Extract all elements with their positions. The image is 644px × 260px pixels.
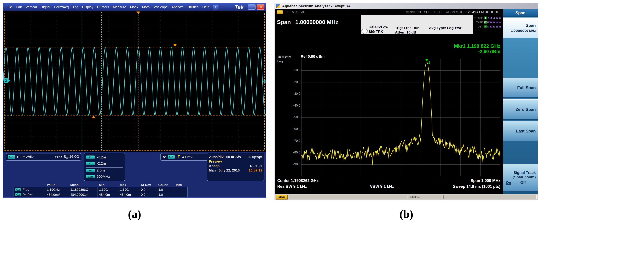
- acquisition-info-box: 2.0ns/div 50.0GS/s 20.0ps/pt Preview 0 a…: [207, 153, 264, 181]
- softkey-full-span[interactable]: Full Span: [503, 78, 538, 98]
- menu-vertical[interactable]: Vertical: [24, 5, 39, 9]
- channel-2-marker[interactable]: 2: [4, 78, 10, 83]
- freq-value: 1.19GHz: [45, 187, 69, 192]
- timebase-value: 2.0ns/div: [209, 155, 224, 159]
- softkey-signal-track[interactable]: Signal Track (Span Zoom) On Off: [503, 164, 538, 191]
- cursor-inv-dt-row: 1/Δt 500MHz: [86, 174, 123, 179]
- softkey-span-value: 1.00000000 MHz: [511, 29, 536, 33]
- sa-footer-line1: Center 1.1908262 GHz Span 1.000 MHz: [277, 178, 500, 183]
- trig-source-value: Man: [209, 168, 216, 172]
- marker-1-number: 1: [428, 60, 430, 64]
- status-field: STATUS: [408, 195, 442, 199]
- y-axis-label: -90.0: [289, 163, 300, 166]
- trigger-settings-badge[interactable]: A' C2 4.0mV: [160, 153, 208, 161]
- sa-titlebar: Agilent Spectrum Analyzer - Swept SA: [275, 3, 538, 9]
- table-row-freq: C2Freq 1.19GHz 1.1899396G 1.19G 1.19G 0.…: [14, 187, 188, 192]
- amplitude-bottom-marker-icon: [92, 116, 96, 118]
- menu-analyze[interactable]: Analyze: [170, 5, 186, 9]
- signal-track-toggle[interactable]: On Off: [503, 179, 536, 185]
- span-display-label: Span: [277, 19, 291, 25]
- menu-file[interactable]: File: [5, 5, 14, 9]
- row-channel-badge[interactable]: C2: [15, 188, 21, 191]
- row-channel-badge[interactable]: C2: [15, 193, 21, 196]
- y-axis-label: -20.0: [289, 80, 300, 84]
- sample-rate-value: 50.0GS/s: [226, 155, 241, 159]
- channel-2-arrow-icon: [8, 79, 10, 82]
- chevron-down-icon[interactable]: ▼: [212, 5, 218, 10]
- scope-display: 2: [3, 11, 266, 152]
- freq-mean: 1.1899396G: [69, 187, 98, 192]
- scale-per-div-label: 10 dB/div: [277, 55, 291, 59]
- coupling-annunciator: AC: [301, 11, 305, 14]
- trace-row: TRACE 1 2 3 4 5 6: [473, 16, 503, 20]
- menu-math[interactable]: Math: [140, 5, 151, 9]
- menu-trig[interactable]: Trig: [71, 5, 80, 9]
- menu-horiz-acq[interactable]: Horiz/Acq: [52, 5, 71, 9]
- trigger-channel-button[interactable]: C2: [168, 155, 175, 159]
- header-value: Value: [45, 183, 69, 187]
- freq-min: 1.19G: [98, 187, 118, 192]
- cursor-inv-dt-value: 500MHz: [96, 174, 110, 179]
- log-scale-label: Log: [277, 59, 283, 63]
- menu-mask[interactable]: Mask: [128, 5, 140, 9]
- scope-bottombar: C2 100mV/div 50Ω BW:16.0G t1 -4.2ns t2 -…: [3, 152, 266, 197]
- softkey-span[interactable]: Span 1.00000000 MHz: [503, 18, 538, 38]
- softkey-zero-span[interactable]: Zero Span: [503, 99, 538, 119]
- scope-graticule: [3, 11, 266, 152]
- menu-help[interactable]: Help: [200, 5, 211, 9]
- measurement-table-header: Value Mean Min Max St Dev Count Info: [14, 183, 188, 187]
- bandwidth-value: BW:16.0G: [64, 155, 79, 159]
- vertical-scale-value: 100mV/div: [16, 155, 34, 159]
- y-axis-label: -60.0: [289, 127, 300, 131]
- header-min: Min: [98, 183, 118, 187]
- cursor-t1-value: -4.2ns: [96, 155, 106, 159]
- menu-cursors[interactable]: Cursors: [95, 5, 111, 9]
- cursor-t2-row: t2 -2.2ns: [86, 161, 123, 166]
- cursor-t2-value: -2.2ns: [96, 161, 106, 166]
- cursor-dt-value: 2.0ns: [96, 168, 105, 172]
- sa-header-row: Span1.00000000 MHz IFGain:Low SIG TRK Tr…: [275, 15, 503, 34]
- trigger-position-marker-icon[interactable]: [136, 12, 140, 14]
- sa-footer-line2: Res BW 9.1 kHz VBW 9.1 kHz Sweep 14.6 ms…: [277, 184, 500, 189]
- cursor-t1-row: t1 -4.2ns: [86, 155, 123, 159]
- menu-digital[interactable]: Digital: [38, 5, 52, 9]
- acq-mode-value: Preview: [209, 160, 222, 163]
- minimize-button[interactable]: —: [248, 5, 256, 10]
- marker-1-icon[interactable]: [425, 59, 428, 62]
- acq-count-value: 0 acqs: [209, 164, 220, 168]
- menu-display[interactable]: Display: [80, 5, 95, 9]
- softkey-last-span[interactable]: Last Span: [503, 121, 538, 141]
- attenuation-status: Atten: 10 dB: [395, 30, 416, 34]
- menu-myscope[interactable]: MyScope: [152, 5, 170, 9]
- channel-2-settings-badge[interactable]: C2 100mV/div 50Ω BW:16.0G: [6, 153, 81, 161]
- softkey-menu: Span Span 1.00000000 MHz Full Span Zero …: [503, 9, 538, 194]
- menu-measure[interactable]: Measure: [111, 5, 128, 9]
- channel-2-label: 2: [4, 78, 8, 83]
- res-bw-label: Res BW 9.1 kHz: [277, 184, 370, 189]
- measurement-table: Value Mean Min Max St Dev Count Info C2F…: [14, 183, 188, 197]
- marker-frequency: Mkr1 1.190 822 GHz: [432, 43, 500, 49]
- callout-bubble-icon: [361, 29, 368, 33]
- tek-logo: Tek: [234, 4, 244, 10]
- avg-type-status: Avg Type: Log-Pwr: [429, 26, 462, 30]
- datetime-line: Man July 22, 2016 10:57:19: [209, 168, 262, 172]
- sense-annunciator: SENSE:INT: [406, 11, 422, 14]
- annunciator-divider: [310, 12, 402, 12]
- message-field: [288, 195, 407, 199]
- msg-button[interactable]: MSG: [276, 195, 288, 200]
- cursor-t2-label: t2: [86, 162, 95, 165]
- measurement-name: Pk-Pk*: [22, 193, 32, 197]
- close-button[interactable]: ✕: [257, 5, 264, 10]
- sa-graticule: [301, 59, 500, 176]
- span-display-box: Span1.00000000 MHz: [275, 15, 361, 34]
- header-info: Info: [174, 183, 188, 187]
- trigger-status: Trig: Free Run: [395, 26, 420, 30]
- oscilloscope-window: File Edit Vertical Digital Horiz/Acq Tri…: [3, 3, 266, 198]
- menu-edit[interactable]: Edit: [14, 5, 24, 9]
- menu-utilities[interactable]: Utilities: [186, 5, 200, 9]
- channel-2-button[interactable]: C2: [8, 155, 15, 159]
- header-count: Count: [157, 183, 174, 187]
- impedance-annunciator: 50 Ω: [292, 11, 298, 14]
- clock-display: 12:54:14 PM Jul 28, 2016: [466, 10, 502, 14]
- measurement-settings-bar: IFGain:Low SIG TRK Trig: Free Run Avg Ty…: [361, 15, 474, 34]
